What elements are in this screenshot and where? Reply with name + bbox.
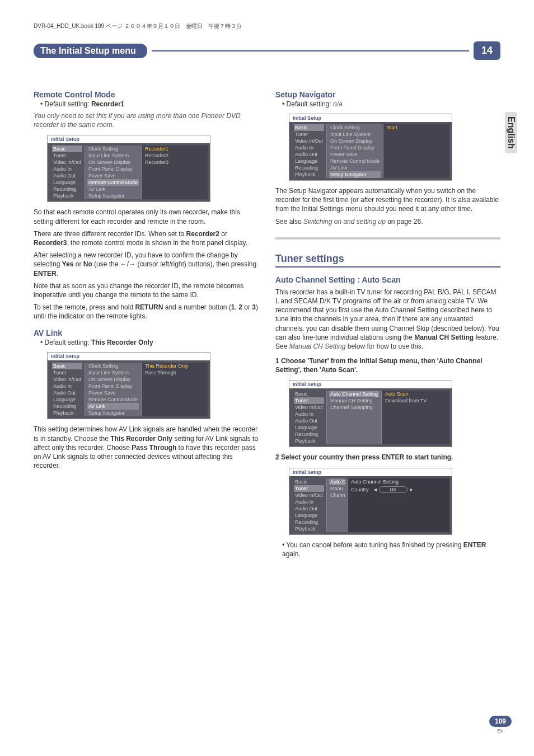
triangle-left-icon: ◄	[373, 487, 378, 492]
rcm-p1: So that each remote control operates onl…	[34, 208, 259, 226]
heading-remote-control-mode: Remote Control Mode	[34, 90, 259, 99]
language-tab: English	[505, 112, 517, 153]
heading-auto-scan: Auto Channel Setting : Auto Scan	[275, 275, 500, 284]
default-setting-nav: • Default setting: n/a	[282, 100, 500, 108]
rcm-p5: To set the remote, press and hold RETURN…	[34, 303, 259, 321]
right-column: Setup Navigator • Default setting: n/a I…	[275, 82, 500, 561]
default-setting-rcm: • Default setting: Recorder1	[40, 100, 259, 108]
cancel-note: • You can cancel before auto tuning has …	[282, 541, 500, 558]
section-separator	[275, 237, 500, 240]
chapter-number: 14	[474, 41, 500, 60]
setup-screenshot-tuner-auto: Initial Setup Basic Tuner Video In/Out A…	[289, 380, 452, 447]
rcm-intro: You only need to set this if you are usi…	[34, 111, 259, 129]
nav-p2: See also Switching on and setting up on …	[275, 217, 500, 226]
page-title: The Initial Setup menu	[34, 44, 147, 58]
step-2: 2 Select your country then press ENTER t…	[275, 453, 500, 462]
arrow-right-icon: →	[129, 260, 135, 268]
autoscan-intro: This recorder has a built-in TV tuner fo…	[275, 288, 500, 351]
heading-av-link: AV Link	[34, 328, 259, 337]
setup-title: Initial Setup	[48, 135, 210, 143]
setup-screenshot-rcm: Initial Setup Basic Tuner Video In/Out A…	[47, 135, 210, 202]
default-setting-avlink: • Default setting: This Recorder Only	[40, 339, 259, 346]
title-bar: The Initial Setup menu 14	[34, 41, 500, 60]
rcm-p4: Note that as soon as you change the reco…	[34, 281, 259, 299]
avlink-p1: This setting determines how AV Link sign…	[34, 425, 259, 470]
setup-screenshot-tuner-country: Initial Setup Basic Tuner Video In/Out A…	[289, 468, 452, 535]
heading-tuner-settings: Tuner settings	[275, 253, 500, 267]
setup-screenshot-avlink: Initial Setup Basic Tuner Video In/Out A…	[47, 352, 210, 419]
step-1: 1 Choose 'Tuner' from the Initial Setup …	[275, 356, 500, 374]
book-header: DVR-04_HDD_UK.book 109 ページ ２００４年９月１０日 金曜…	[34, 22, 500, 30]
nav-p1: The Setup Navigator appears automaticall…	[275, 186, 500, 214]
rcm-p2: There are three different recorder IDs. …	[34, 229, 259, 247]
arrow-left-icon: ←	[120, 260, 127, 268]
title-rule	[152, 50, 469, 51]
setup-screenshot-navigator: Initial Setup Basic Tuner Video In/Out A…	[289, 114, 452, 181]
left-column: Remote Control Mode • Default setting: R…	[34, 82, 259, 561]
triangle-right-icon: ►	[409, 487, 414, 492]
rcm-p3: After selecting a new recorder ID, you h…	[34, 251, 259, 278]
heading-setup-navigator: Setup Navigator	[275, 90, 500, 99]
